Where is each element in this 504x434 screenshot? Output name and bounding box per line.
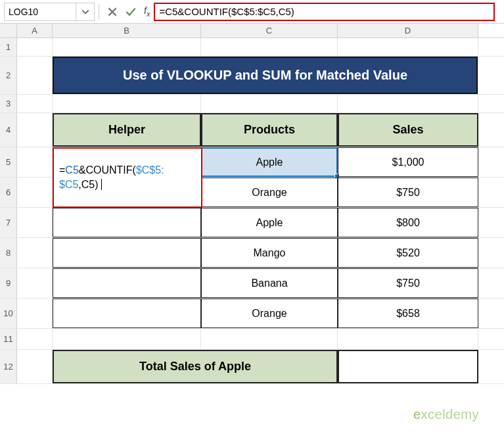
cell-C10[interactable]: Orange bbox=[201, 299, 338, 328]
name-box-dropdown[interactable] bbox=[76, 3, 95, 21]
row-header-12[interactable]: 12 bbox=[0, 350, 17, 383]
cell-D6[interactable]: $750 bbox=[338, 178, 478, 207]
separator bbox=[99, 4, 99, 20]
row-header-10[interactable]: 10 bbox=[0, 299, 17, 328]
total-value-cell[interactable] bbox=[338, 350, 478, 383]
watermark-e: e bbox=[413, 407, 421, 422]
cell-B1[interactable] bbox=[53, 38, 201, 56]
cell-A11[interactable] bbox=[17, 329, 53, 349]
row-2: 2 Use of VLOOKUP and SUM for Matched Val… bbox=[0, 57, 504, 95]
row-header-5[interactable]: 5 bbox=[0, 147, 17, 177]
cell-B11[interactable] bbox=[53, 329, 201, 349]
row-header-2[interactable]: 2 bbox=[0, 57, 17, 94]
row-header-8[interactable]: 8 bbox=[0, 238, 17, 268]
header-sales[interactable]: Sales bbox=[338, 113, 478, 147]
row-header-6[interactable]: 6 bbox=[0, 178, 17, 207]
cell-A3[interactable] bbox=[17, 95, 53, 112]
row-8: 8 Mango $520 bbox=[0, 238, 504, 268]
formula-text: =C5&COUNTIF($C$5:$C5,C5) bbox=[159, 6, 294, 17]
spreadsheet-grid: A B C D 1 2 Use of VLOOKUP and SUM for M… bbox=[0, 24, 504, 434]
header-products[interactable]: Products bbox=[201, 113, 338, 147]
cell-C5-value: Apple bbox=[256, 157, 283, 168]
enter-button[interactable] bbox=[122, 3, 140, 21]
chevron-down-icon bbox=[81, 8, 89, 16]
title-banner: Use of VLOOKUP and SUM for Matched Value bbox=[53, 57, 478, 94]
cell-D1[interactable] bbox=[338, 38, 478, 56]
column-headers: A B C D bbox=[0, 24, 504, 38]
cell-B3[interactable] bbox=[53, 95, 201, 112]
cell-A10[interactable] bbox=[17, 299, 53, 328]
formula-bar: LOG10 fx =C5&COUNTIF($C$5:$C5,C5) bbox=[0, 0, 504, 24]
cell-D3[interactable] bbox=[338, 95, 478, 112]
watermark-rest: xceldemy bbox=[421, 407, 479, 422]
cell-D7[interactable]: $800 bbox=[338, 208, 478, 237]
row-header-11[interactable]: 11 bbox=[0, 329, 17, 349]
col-header-B[interactable]: B bbox=[53, 24, 201, 37]
cell-A2[interactable] bbox=[17, 57, 53, 94]
title-cell[interactable]: Use of VLOOKUP and SUM for Matched Value bbox=[53, 57, 478, 94]
cell-B7[interactable] bbox=[53, 208, 201, 237]
cell-C1[interactable] bbox=[201, 38, 338, 56]
col-header-A[interactable]: A bbox=[17, 24, 53, 37]
cell-B9[interactable] bbox=[53, 268, 201, 298]
col-header-C[interactable]: C bbox=[201, 24, 338, 37]
cell-B10[interactable] bbox=[53, 299, 201, 328]
cell-A6[interactable] bbox=[17, 178, 53, 207]
watermark: exceldemy bbox=[413, 407, 479, 422]
cell-A5[interactable] bbox=[17, 147, 53, 177]
row-header-7[interactable]: 7 bbox=[0, 208, 17, 237]
row-12: 12 Total Sales of Apple bbox=[0, 350, 504, 384]
cell-A8[interactable] bbox=[17, 238, 53, 268]
name-box-value: LOG10 bbox=[9, 7, 38, 17]
select-all-corner[interactable] bbox=[0, 24, 17, 37]
cell-A4[interactable] bbox=[17, 113, 53, 147]
rows-container: 1 2 Use of VLOOKUP and SUM for Matched V… bbox=[0, 38, 504, 384]
cell-A7[interactable] bbox=[17, 208, 53, 237]
cell-D9[interactable]: $750 bbox=[338, 268, 478, 298]
cell-D10[interactable]: $658 bbox=[338, 299, 478, 328]
col-header-D[interactable]: D bbox=[338, 24, 478, 37]
row-header-1[interactable]: 1 bbox=[0, 38, 17, 56]
row-header-9[interactable]: 9 bbox=[0, 268, 17, 298]
row-9: 9 Banana $750 bbox=[0, 268, 504, 299]
row-header-3[interactable]: 3 bbox=[0, 95, 17, 112]
cell-editor-line2: $C5,C5) bbox=[59, 178, 196, 192]
total-label-cell[interactable]: Total Sales of Apple bbox=[53, 350, 338, 383]
header-helper[interactable]: Helper bbox=[53, 113, 201, 147]
cell-B8[interactable] bbox=[53, 238, 201, 268]
cell-C6[interactable]: Orange bbox=[201, 178, 338, 207]
cell-C11[interactable] bbox=[201, 329, 338, 349]
row-10: 10 Orange $658 bbox=[0, 299, 504, 329]
cell-A12[interactable] bbox=[17, 350, 53, 383]
cell-A9[interactable] bbox=[17, 268, 53, 298]
name-box[interactable]: LOG10 bbox=[4, 3, 76, 21]
cell-D5[interactable]: $1,000 bbox=[338, 147, 478, 177]
fx-label: fx bbox=[144, 5, 150, 18]
row-header-4[interactable]: 4 bbox=[0, 113, 17, 147]
cell-C5[interactable]: Apple bbox=[201, 147, 338, 177]
cell-C8[interactable]: Mango bbox=[201, 238, 338, 268]
cell-C9[interactable]: Banana bbox=[201, 268, 338, 298]
row-4: 4 Helper Products Sales bbox=[0, 113, 504, 147]
check-icon bbox=[126, 7, 136, 17]
x-icon bbox=[108, 7, 117, 16]
cell-A1[interactable] bbox=[17, 38, 53, 56]
row-7: 7 Apple $800 bbox=[0, 208, 504, 238]
cell-D8[interactable]: $520 bbox=[338, 238, 478, 268]
row-3: 3 bbox=[0, 95, 504, 113]
cell-D11[interactable] bbox=[338, 329, 478, 349]
row-1: 1 bbox=[0, 38, 504, 57]
cell-editor-B5[interactable]: =C5&COUNTIF($C$5: $C5,C5) bbox=[53, 147, 202, 208]
cancel-button[interactable] bbox=[103, 3, 122, 21]
formula-input[interactable]: =C5&COUNTIF($C$5:$C5,C5) bbox=[154, 3, 495, 21]
cell-editor-line1: =C5&COUNTIF($C$5: bbox=[59, 163, 196, 178]
cell-C7[interactable]: Apple bbox=[201, 208, 338, 237]
cell-C3[interactable] bbox=[201, 95, 338, 112]
row-11: 11 bbox=[0, 329, 504, 350]
